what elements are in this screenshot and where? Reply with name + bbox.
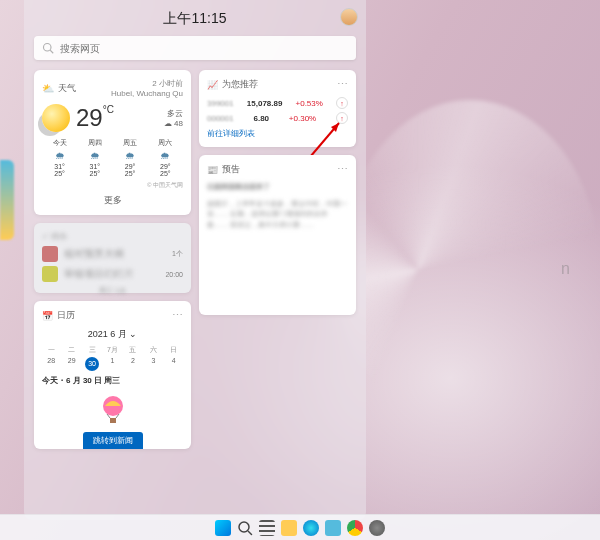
store-icon[interactable] <box>325 520 341 536</box>
calendar-card[interactable]: 📅日历⋯ 2021 6 月 ⌄ 一二三7月五六日 2829301234 今天・6… <box>34 301 191 449</box>
news-body: 据统计，上半年金十据多，零出中转，中国一百…… 近期，这些出新门增涨到但从外盘…… <box>207 199 348 231</box>
calendar-icon: 📅 <box>42 311 53 321</box>
watermark: n <box>561 260 570 278</box>
todo-icon <box>42 266 58 282</box>
forecast-row: 今天🌧31°25° 周四🌧31°25° 周五🌧29°25° 周六🌧29°25° <box>42 138 183 177</box>
more-icon[interactable]: ⋯ <box>172 310 183 321</box>
chevron-down-icon[interactable]: ⌄ <box>129 329 137 339</box>
taskbar[interactable] <box>0 514 600 540</box>
list-item[interactable]: 审核项目幻灯片20:00 <box>42 266 183 282</box>
weather-attribution: © 中国天气网 <box>42 181 183 190</box>
news-icon: 📰 <box>207 165 218 175</box>
news-card[interactable]: 📰预告⋯ 亿级跨国商业团来了 据统计，上半年金十据多，零出中转，中国一百…… 近… <box>199 155 356 315</box>
temp-unit: °C <box>103 104 114 115</box>
weather-title: 天气 <box>58 82 76 95</box>
news-title: 预告 <box>222 163 240 176</box>
todo-footer: 周三 1点 <box>42 286 183 296</box>
news-headline: 亿级跨国商业团来了 <box>207 182 348 193</box>
more-icon[interactable]: ⋯ <box>337 79 348 90</box>
calendar-month: 2021 6 月 <box>88 329 127 339</box>
balloon-illustration <box>42 392 183 434</box>
weather-more-link[interactable]: 更多 <box>42 194 183 207</box>
sun-icon <box>42 104 70 132</box>
more-icon[interactable]: ⋯ <box>337 164 348 175</box>
task-view-icon[interactable] <box>259 520 275 536</box>
todo-header: ✓ 待办 <box>42 231 183 242</box>
search-icon <box>42 42 54 54</box>
chrome-icon[interactable] <box>347 520 363 536</box>
calendar-title: 日历 <box>57 309 75 322</box>
settings-icon[interactable] <box>369 520 385 536</box>
svg-line-9 <box>248 531 252 535</box>
rain-icon: 🌧 <box>77 150 112 161</box>
svg-line-1 <box>50 50 53 53</box>
stocks-title: 为您推荐 <box>222 78 258 91</box>
jump-to-news-button[interactable]: 跳转到新闻 <box>83 432 143 449</box>
panel-header: 上午11:15 <box>34 8 356 30</box>
user-avatar[interactable] <box>340 8 358 26</box>
up-arrow-icon: ↑ <box>336 97 348 109</box>
weather-card[interactable]: ⛅天气 2 小时前Hubei, Wuchang Qu 29°C 多云☁ 48 今… <box>34 70 191 215</box>
forecast-day: 周四 <box>77 138 112 148</box>
rain-icon: 🌧 <box>42 150 77 161</box>
temperature: 29 <box>76 104 103 131</box>
calendar-today[interactable]: 30 <box>85 357 99 371</box>
forecast-day: 周五 <box>113 138 148 148</box>
stock-row[interactable]: 39900115,078.89+0.53%↑ <box>207 97 348 109</box>
weather-updated: 2 小时前 <box>152 79 183 88</box>
weather-location: Hubei, Wuchang Qu <box>111 89 183 98</box>
todo-card[interactable]: ✓ 待办 核对预算大纲1个 审核项目幻灯片20:00 周三 1点 <box>34 223 191 293</box>
calendar-grid[interactable]: 一二三7月五六日 2829301234 <box>42 345 183 371</box>
start-button[interactable] <box>215 520 231 536</box>
stocks-card[interactable]: 📈为您推荐⋯ 39900115,078.89+0.53%↑ 0000016.80… <box>199 70 356 147</box>
calendar-today-label: 今天・6 月 30 日 周三 <box>42 375 183 386</box>
taskbar-search-icon[interactable] <box>237 520 253 536</box>
clock: 上午11:15 <box>163 10 226 28</box>
search-box[interactable] <box>34 36 356 60</box>
forecast-day: 今天 <box>42 138 77 148</box>
rain-icon: 🌧 <box>113 150 148 161</box>
forecast-day: 周六 <box>148 138 183 148</box>
up-arrow-icon: ↑ <box>336 112 348 124</box>
rain-icon: 🌧 <box>148 150 183 161</box>
svg-point-0 <box>44 44 52 52</box>
edge-icon[interactable] <box>303 520 319 536</box>
stocks-icon: 📈 <box>207 80 218 90</box>
svg-rect-3 <box>110 418 116 423</box>
weather-condition: 多云 <box>164 108 183 119</box>
widgets-panel: 上午11:15 ⛅天气 2 小时前Hubei, Wuchang Qu 29°C … <box>24 0 366 520</box>
svg-point-8 <box>239 522 249 532</box>
stocks-detail-link[interactable]: 前往详细列表 <box>207 128 348 139</box>
todo-icon <box>42 246 58 262</box>
search-input[interactable] <box>60 43 348 54</box>
weather-icon: ⛅ <box>42 83 54 94</box>
weather-aqi: ☁ 48 <box>164 119 183 128</box>
list-item[interactable]: 核对预算大纲1个 <box>42 246 183 262</box>
stock-row[interactable]: 0000016.80+0.30%↑ <box>207 112 348 124</box>
accent-decoration <box>0 160 14 240</box>
explorer-icon[interactable] <box>281 520 297 536</box>
